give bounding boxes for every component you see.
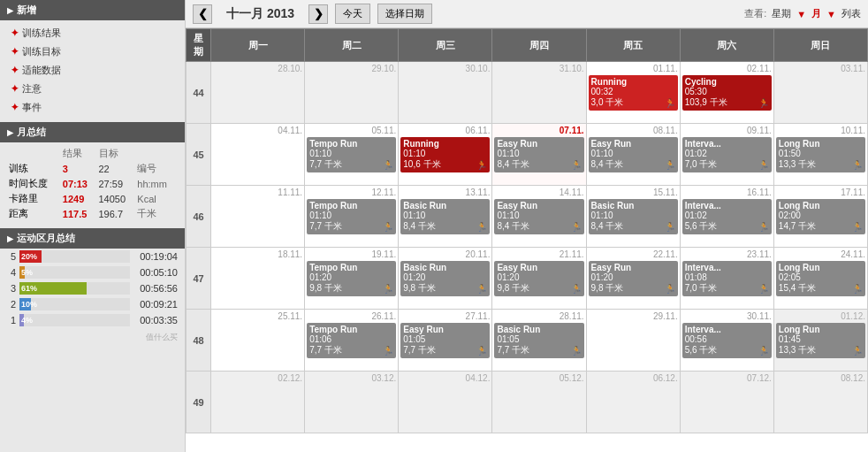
day-cell-45-0[interactable]: 04.11. — [211, 124, 305, 186]
day-cell-47-3[interactable]: 21.11.Easy Run01:209,8 千米🏃 — [492, 248, 586, 310]
zone-section-header[interactable]: ▶ 运动区月总结 — [0, 228, 185, 249]
day-cell-44-3[interactable]: 31.10. — [492, 62, 586, 124]
day-cell-45-5[interactable]: 09.11.Interva...01:027,0 千米🏃 — [680, 124, 773, 186]
view-week-option[interactable]: 星期 — [772, 7, 791, 20]
day-cell-47-6[interactable]: 24.11.Long Run02:0515,4 千米🏃 — [773, 248, 867, 310]
event-card-47-4-0[interactable]: Easy Run01:209,8 千米🏃 — [589, 261, 678, 296]
day-cell-48-3[interactable]: 28.11.Basic Run01:057,7 千米🏃 — [492, 310, 586, 372]
event-card-48-5-0[interactable]: Interva...00:565,6 千米🏃 — [682, 323, 772, 358]
day-cell-49-4[interactable]: 06.12. — [586, 372, 680, 433]
day-cell-48-1[interactable]: 26.11.Tempo Run01:067,7 千米🏃 — [305, 310, 399, 372]
day-cell-47-0[interactable]: 18.11. — [211, 248, 305, 310]
event-card-46-6-0[interactable]: Long Run02:0014,7 千米🏃 — [776, 199, 865, 234]
day-cell-49-6[interactable]: 08.12. — [773, 372, 867, 433]
event-card-45-4-0[interactable]: Easy Run01:108,4 千米🏃 — [589, 137, 678, 172]
event-card-47-1-0[interactable]: Tempo Run01:209,8 千米🏃 — [307, 261, 396, 296]
next-month-button[interactable]: ❯ — [308, 4, 328, 24]
event-card-48-6-0[interactable]: Long Run01:4513,3 千米🏃 — [776, 323, 865, 358]
event-time-47-2-0: 01:20 — [403, 272, 487, 282]
day-cell-46-4[interactable]: 15.11.Basic Run01:108,4 千米🏃 — [586, 186, 680, 248]
event-card-47-3-0[interactable]: Easy Run01:209,8 千米🏃 — [494, 261, 583, 296]
event-card-48-2-0[interactable]: Easy Run01:057,7 千米🏃 — [400, 323, 490, 358]
day-cell-49-5[interactable]: 07.12. — [680, 372, 773, 433]
view-list-option[interactable]: 列表 — [841, 7, 861, 20]
event-time-45-5-0: 01:02 — [685, 149, 769, 158]
event-card-45-3-0[interactable]: Easy Run01:108,4 千米🏃 — [494, 137, 583, 172]
day-cell-47-1[interactable]: 19.11.Tempo Run01:209,8 千米🏃 — [305, 248, 399, 310]
week-num-46: 46 — [187, 186, 211, 248]
event-card-45-5-0[interactable]: Interva...01:027,0 千米🏃 — [682, 137, 772, 172]
view-dropdown-arrow[interactable]: ▼ — [796, 9, 806, 19]
today-button[interactable]: 今天 — [335, 4, 370, 24]
day-cell-48-6[interactable]: 01.12.Long Run01:4513,3 千米🏃 — [773, 310, 867, 372]
menu-item-events[interactable]: ✦ 事件 — [0, 98, 185, 117]
event-card-48-3-0[interactable]: Basic Run01:057,7 千米🏃 — [494, 323, 583, 358]
day-cell-45-1[interactable]: 05.11.Tempo Run01:107,7 千米🏃 — [305, 124, 399, 186]
event-card-45-6-0[interactable]: Long Run01:5013,3 千米🏃 — [776, 137, 865, 172]
day-cell-44-2[interactable]: 30.10. — [399, 62, 492, 124]
day-cell-44-5[interactable]: 02.11.Cycling05:30103,9 千米🏃 — [680, 62, 773, 124]
day-cell-45-2[interactable]: 06.11.Running01:1010,6 千米🏃 — [399, 124, 492, 186]
day-cell-47-5[interactable]: 23.11.Interva...01:087,0 千米🏃 — [680, 248, 773, 310]
day-cell-44-6[interactable]: 03.11. — [773, 62, 867, 124]
event-card-48-1-0[interactable]: Tempo Run01:067,7 千米🏃 — [307, 323, 396, 358]
day-cell-46-1[interactable]: 12.11.Tempo Run01:107,7 千米🏃 — [305, 186, 399, 248]
zone-1-bar-container: 4% — [19, 314, 130, 326]
summary-col-result: 结果 — [61, 146, 97, 161]
day-cell-45-4[interactable]: 08.11.Easy Run01:108,4 千米🏃 — [586, 124, 680, 186]
duration-value: 07:13 — [61, 176, 97, 191]
event-dist-45-2-0: 10,6 千米 — [403, 158, 440, 171]
event-card-47-5-0[interactable]: Interva...01:087,0 千米🏃 — [682, 261, 772, 296]
zone-row-5: 5 20% 00:19:04 — [0, 249, 185, 264]
day-cell-49-2[interactable]: 04.12. — [399, 372, 492, 433]
calories-target: 14050 — [97, 191, 136, 206]
day-cell-47-2[interactable]: 20.11.Basic Run01:209,8 千米🏃 — [399, 248, 492, 310]
day-cell-44-1[interactable]: 29.10. — [305, 62, 399, 124]
day-cell-48-0[interactable]: 25.11. — [211, 310, 305, 372]
day-cell-49-0[interactable]: 02.12. — [211, 372, 305, 433]
event-card-46-4-0[interactable]: Basic Run01:108,4 千米🏃 — [589, 199, 678, 234]
event-card-46-3-0[interactable]: Easy Run01:108,4 千米🏃 — [494, 199, 583, 234]
day-cell-45-6[interactable]: 10.11.Long Run01:5013,3 千米🏃 — [773, 124, 867, 186]
menu-item-fitness-data[interactable]: ✦ 适能数据 — [0, 61, 185, 80]
view-month-option[interactable]: 月 — [811, 7, 821, 20]
day-cell-46-2[interactable]: 13.11.Basic Run01:108,4 千米🏃 — [399, 186, 492, 248]
event-card-44-4-0[interactable]: Running00:323,0 千米🏃 — [589, 75, 678, 111]
day-cell-44-4[interactable]: 01.11.Running00:323,0 千米🏃 — [586, 62, 680, 124]
day-cell-46-6[interactable]: 17.11.Long Run02:0014,7 千米🏃 — [773, 186, 867, 248]
event-runner-icon-46-2-0: 🏃 — [476, 222, 487, 232]
menu-item-training-goal[interactable]: ✦ 训练目标 — [0, 42, 185, 61]
event-card-46-1-0[interactable]: Tempo Run01:107,7 千米🏃 — [307, 199, 396, 234]
day-cell-46-5[interactable]: 16.11.Interva...01:025,6 千米🏃 — [680, 186, 773, 248]
day-cell-46-3[interactable]: 14.11.Easy Run01:108,4 千米🏃 — [492, 186, 586, 248]
event-title-47-5-0: Interva... — [685, 263, 769, 272]
event-time-46-6-0: 02:00 — [779, 211, 863, 220]
day-cell-47-4[interactable]: 22.11.Easy Run01:209,8 千米🏃 — [586, 248, 680, 310]
day-cell-48-5[interactable]: 30.11.Interva...00:565,6 千米🏃 — [680, 310, 773, 372]
new-section-header[interactable]: ▶ 新增 — [0, 0, 185, 20]
event-card-47-2-0[interactable]: Basic Run01:209,8 千米🏃 — [400, 261, 490, 296]
summary-section-header[interactable]: ▶ 月总结 — [0, 122, 185, 142]
menu-item-notes[interactable]: ✦ 注意 — [0, 80, 185, 98]
event-card-46-5-0[interactable]: Interva...01:025,6 千米🏃 — [682, 199, 772, 234]
prev-month-button[interactable]: ❮ — [193, 4, 212, 24]
view-month-arrow[interactable]: ▼ — [826, 9, 836, 19]
day-cell-49-1[interactable]: 03.12. — [305, 372, 399, 433]
event-card-45-1-0[interactable]: Tempo Run01:107,7 千米🏃 — [307, 137, 396, 172]
menu-item-training-result[interactable]: ✦ 训练结果 — [0, 24, 185, 42]
event-card-45-2-0[interactable]: Running01:1010,6 千米🏃 — [400, 137, 490, 172]
event-footer-46-2-0: 8,4 千米🏃 — [403, 220, 487, 233]
event-footer-45-4-0: 8,4 千米🏃 — [591, 158, 675, 171]
day-cell-48-4[interactable]: 29.11. — [586, 310, 680, 372]
day-cell-46-0[interactable]: 11.11. — [211, 186, 305, 248]
event-time-46-4-0: 01:10 — [591, 211, 675, 220]
event-card-46-2-0[interactable]: Basic Run01:108,4 千米🏃 — [400, 199, 490, 234]
select-date-button[interactable]: 选择日期 — [377, 4, 432, 24]
day-cell-44-0[interactable]: 28.10. — [211, 62, 305, 124]
day-cell-48-2[interactable]: 27.11.Easy Run01:057,7 千米🏃 — [399, 310, 492, 372]
day-cell-49-3[interactable]: 05.12. — [492, 372, 586, 433]
event-card-44-5-0[interactable]: Cycling05:30103,9 千米🏃 — [682, 75, 772, 111]
event-card-47-6-0[interactable]: Long Run02:0515,4 千米🏃 — [776, 261, 865, 296]
day-cell-45-3[interactable]: 07.11.Easy Run01:108,4 千米🏃 — [492, 124, 586, 186]
event-footer-48-6-0: 13,3 千米🏃 — [779, 344, 863, 356]
